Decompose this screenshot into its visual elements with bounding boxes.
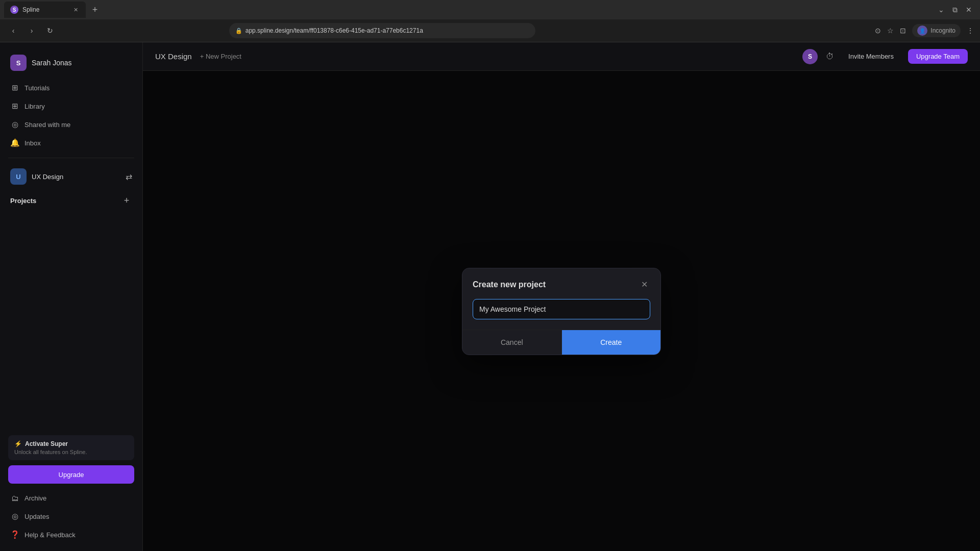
sidebar-toggle-icon[interactable]: ⊡	[900, 27, 906, 35]
activate-super-panel: ⚡ Activate Super Unlock all features on …	[8, 435, 134, 460]
app-layout: S Sarah Jonas ⊞ Tutorials ⊞ Library ◎ Sh…	[0, 42, 980, 551]
modal-overlay[interactable]: Create new project ✕ Cancel Create	[143, 71, 980, 551]
tab-close-button[interactable]: ✕	[71, 6, 80, 14]
sidebar-item-updates[interactable]: ◎ Updates	[4, 508, 138, 525]
upgrade-team-button[interactable]: Upgrade Team	[908, 49, 968, 64]
address-bar[interactable]: 🔒 app.spline.design/team/ff013878-c6e6-4…	[229, 23, 535, 38]
modal-close-button[interactable]: ✕	[638, 279, 650, 291]
user-name: Sarah Jonas	[32, 59, 72, 67]
team-avatar: U	[10, 168, 27, 185]
back-button[interactable]: ‹	[6, 23, 20, 38]
header-new-project-link[interactable]: + New Project	[200, 53, 241, 60]
tab-bar: S Spline ✕ + ⌄ ⧉ ✕	[0, 0, 980, 19]
sidebar-bottom: ⚡ Activate Super Unlock all features on …	[0, 435, 142, 543]
header-right: S ⏱ Invite Members Upgrade Team	[802, 49, 968, 64]
modal-footer: Cancel Create	[462, 330, 660, 355]
main-body: No projects yet Create your first projec…	[143, 71, 980, 551]
maximize-button[interactable]: ⧉	[952, 6, 958, 14]
tab-title: Spline	[22, 6, 39, 13]
incognito-label: Incognito	[930, 27, 955, 34]
sidebar-nav: ⊞ Tutorials ⊞ Library ◎ Shared with me 🔔…	[0, 79, 142, 152]
invite-members-button[interactable]: Invite Members	[842, 49, 900, 63]
lightning-icon: ⚡	[14, 440, 22, 447]
browser-chrome: S Spline ✕ + ⌄ ⧉ ✕ ‹ › ↻ 🔒 app.spline.de…	[0, 0, 980, 42]
incognito-button[interactable]: 👤 Incognito	[912, 24, 961, 37]
updates-icon: ◎	[10, 512, 19, 521]
sidebar-item-help[interactable]: ❓ Help & Feedback	[4, 526, 138, 543]
tutorials-icon: ⊞	[10, 83, 19, 92]
team-info: UX Design	[32, 173, 120, 181]
activate-super-subtitle: Unlock all features on Spline.	[14, 449, 128, 455]
archive-label: Archive	[24, 494, 46, 502]
add-project-button[interactable]: +	[121, 195, 132, 206]
address-bar-row: ‹ › ↻ 🔒 app.spline.design/team/ff013878-…	[0, 19, 980, 42]
activate-super-title: ⚡ Activate Super	[14, 440, 128, 447]
tab-favicon: S	[10, 6, 18, 14]
modal-header: Create new project ✕	[462, 268, 660, 299]
menu-button[interactable]: ⋮	[967, 27, 974, 35]
url-text: app.spline.design/team/ff013878-c6e6-415…	[246, 27, 423, 34]
create-project-modal: Create new project ✕ Cancel Create	[462, 268, 661, 355]
minimize-button[interactable]: ⌄	[938, 6, 944, 14]
history-icon[interactable]: ⏱	[826, 52, 834, 61]
cancel-button[interactable]: Cancel	[462, 330, 562, 355]
incognito-avatar-icon: 👤	[917, 26, 927, 36]
sidebar-item-library[interactable]: ⊞ Library	[4, 97, 138, 115]
extension-icon[interactable]: ⊙	[875, 27, 881, 35]
main-header: UX Design + New Project S ⏱ Invite Membe…	[143, 42, 980, 71]
archive-icon: 🗂	[10, 494, 19, 503]
modal-body	[462, 299, 660, 330]
sidebar-item-inbox[interactable]: 🔔 Inbox	[4, 134, 138, 152]
projects-label: Projects	[10, 197, 36, 205]
close-button[interactable]: ✕	[966, 6, 972, 14]
team-switch-icon[interactable]: ⇄	[126, 172, 132, 182]
sidebar-bottom-nav: 🗂 Archive ◎ Updates ❓ Help & Feedback	[4, 490, 138, 543]
sidebar: S Sarah Jonas ⊞ Tutorials ⊞ Library ◎ Sh…	[0, 42, 143, 551]
help-icon: ❓	[10, 530, 19, 539]
sidebar-team[interactable]: U UX Design ⇄	[0, 164, 142, 189]
team-name: UX Design	[32, 173, 120, 181]
bookmark-icon[interactable]: ☆	[887, 27, 894, 35]
shared-label: Shared with me	[24, 121, 70, 129]
refresh-button[interactable]: ↻	[43, 23, 57, 38]
window-controls: ⌄ ⧉ ✕	[938, 6, 976, 14]
project-name-input[interactable]	[473, 299, 650, 319]
help-label: Help & Feedback	[24, 531, 76, 539]
tutorials-label: Tutorials	[24, 84, 50, 92]
shared-icon: ◎	[10, 120, 19, 129]
sidebar-item-shared[interactable]: ◎ Shared with me	[4, 116, 138, 133]
inbox-icon: 🔔	[10, 138, 19, 147]
header-user-avatar[interactable]: S	[802, 49, 818, 64]
new-tab-button[interactable]: +	[88, 3, 102, 17]
forward-button[interactable]: ›	[24, 23, 39, 38]
sidebar-item-archive[interactable]: 🗂 Archive	[4, 490, 138, 507]
main-content: UX Design + New Project S ⏱ Invite Membe…	[143, 42, 980, 551]
create-button[interactable]: Create	[562, 330, 661, 355]
library-label: Library	[24, 103, 45, 110]
browser-actions: ⊙ ☆ ⊡ 👤 Incognito ⋮	[875, 24, 974, 37]
upgrade-button[interactable]: Upgrade	[8, 465, 134, 484]
updates-label: Updates	[24, 513, 49, 520]
sidebar-user[interactable]: S Sarah Jonas	[0, 51, 142, 79]
inbox-label: Inbox	[24, 139, 41, 147]
user-avatar: S	[10, 55, 27, 71]
header-project-name: UX Design	[155, 52, 192, 61]
modal-title: Create new project	[473, 280, 546, 289]
sidebar-divider	[8, 158, 134, 158]
activate-super-label: Activate Super	[25, 440, 68, 447]
projects-header: Projects +	[0, 191, 142, 210]
lock-icon: 🔒	[235, 28, 242, 34]
active-tab[interactable]: S Spline ✕	[4, 2, 86, 18]
sidebar-item-tutorials[interactable]: ⊞ Tutorials	[4, 79, 138, 96]
library-icon: ⊞	[10, 102, 19, 111]
